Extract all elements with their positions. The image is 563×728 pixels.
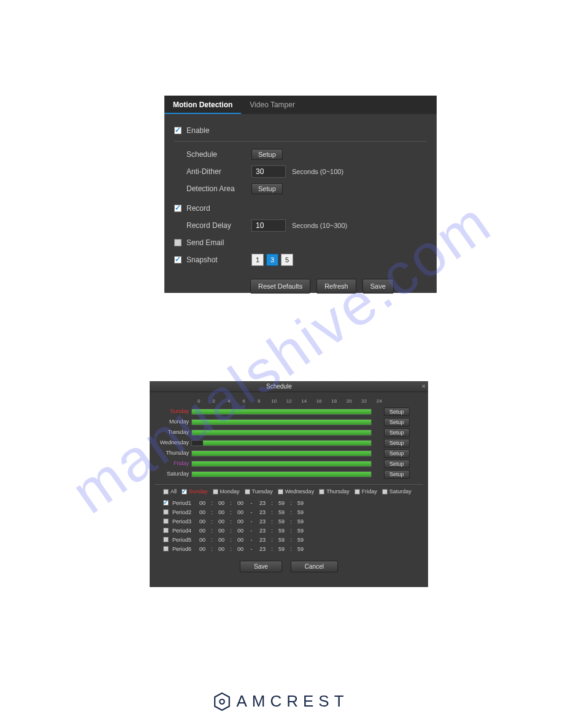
setup-friday-button[interactable]: Setup xyxy=(384,460,410,468)
check-friday-label: Friday xyxy=(362,488,377,495)
separator xyxy=(155,484,423,485)
period6-from-s[interactable]: 00 xyxy=(236,546,245,552)
setup-monday-button[interactable]: Setup xyxy=(384,418,410,427)
period3-from-h[interactable]: 00 xyxy=(198,518,207,525)
bar-friday[interactable] xyxy=(191,461,372,467)
close-icon[interactable]: × xyxy=(422,382,426,390)
svg-point-1 xyxy=(220,699,225,704)
period1-from-s[interactable]: 00 xyxy=(236,500,245,506)
period5-checkbox[interactable] xyxy=(163,537,169,542)
refresh-button[interactable]: Refresh xyxy=(316,279,356,294)
period2-from-m[interactable]: 00 xyxy=(217,509,226,515)
period-row-6: Period600:00:00-23:59:59 xyxy=(163,544,423,553)
setup-tuesday-button[interactable]: Setup xyxy=(384,428,410,437)
setup-saturday-button[interactable]: Setup xyxy=(384,470,410,479)
tab-motion-detection[interactable]: Motion Detection xyxy=(164,96,241,114)
period6-from-m[interactable]: 00 xyxy=(217,546,226,552)
period2-from-s[interactable]: 00 xyxy=(236,509,245,515)
anti-dither-hint: Seconds (0~100) xyxy=(292,168,343,175)
period5-from-s[interactable]: 00 xyxy=(236,537,245,543)
period4-from-h[interactable]: 00 xyxy=(198,528,207,534)
anti-dither-input[interactable] xyxy=(251,165,286,178)
period1-to-h[interactable]: 23 xyxy=(258,500,267,506)
schedule-save-button[interactable]: Save xyxy=(240,561,282,572)
day-label-monday: Monday xyxy=(155,417,191,427)
period1-checkbox[interactable] xyxy=(163,500,169,506)
period4-from-s[interactable]: 00 xyxy=(236,528,245,534)
record-checkbox[interactable] xyxy=(174,205,182,212)
check-friday[interactable] xyxy=(354,489,360,495)
period1-label: Period1 xyxy=(172,500,194,506)
check-thursday-label: Thursday xyxy=(326,488,350,495)
period5-from-m[interactable]: 00 xyxy=(217,537,226,543)
period6-to-m[interactable]: 59 xyxy=(277,546,286,552)
period2-checkbox[interactable] xyxy=(163,509,169,515)
check-saturday[interactable] xyxy=(382,489,388,495)
period1-from-h[interactable]: 00 xyxy=(198,500,207,506)
send-email-checkbox[interactable] xyxy=(174,239,182,246)
amcrest-logo-text: AMCREST xyxy=(236,692,348,711)
channel-1-button[interactable]: 1 xyxy=(251,254,264,266)
period4-from-m[interactable]: 00 xyxy=(217,528,226,534)
reset-defaults-button[interactable]: Reset Defaults xyxy=(250,279,310,294)
period3-from-s[interactable]: 00 xyxy=(236,518,245,525)
period3-from-m[interactable]: 00 xyxy=(217,518,226,525)
period6-to-s[interactable]: 59 xyxy=(296,546,305,552)
period2-to-s[interactable]: 59 xyxy=(296,509,305,515)
period2-from-h[interactable]: 00 xyxy=(198,509,207,515)
bar-saturday[interactable] xyxy=(191,471,372,477)
schedule-cancel-button[interactable]: Cancel xyxy=(291,561,338,572)
record-delay-input[interactable] xyxy=(251,219,286,232)
period6-from-h[interactable]: 00 xyxy=(198,546,207,552)
enable-checkbox[interactable] xyxy=(174,127,182,134)
detection-area-setup-button[interactable]: Setup xyxy=(251,183,283,194)
check-monday-label: Monday xyxy=(220,488,240,495)
tab-video-tamper[interactable]: Video Tamper xyxy=(241,96,304,114)
period1-to-m[interactable]: 59 xyxy=(277,500,286,506)
check-wednesday[interactable] xyxy=(278,489,283,495)
period5-from-h[interactable]: 00 xyxy=(198,537,207,543)
schedule-setup-button[interactable]: Setup xyxy=(251,149,283,160)
period2-to-h[interactable]: 23 xyxy=(258,509,267,515)
period3-to-h[interactable]: 23 xyxy=(258,518,267,525)
setup-sunday-button[interactable]: Setup xyxy=(384,408,410,416)
period6-checkbox[interactable] xyxy=(163,546,169,552)
period5-to-h[interactable]: 23 xyxy=(258,537,267,543)
snapshot-checkbox[interactable] xyxy=(174,256,182,264)
period5-to-m[interactable]: 59 xyxy=(277,537,286,543)
period-row-1: Period100:00:00-23:59:59 xyxy=(163,498,423,507)
period5-to-s[interactable]: 59 xyxy=(296,537,305,543)
period-row-4: Period400:00:00-23:59:59 xyxy=(163,526,423,535)
period2-to-m[interactable]: 59 xyxy=(277,509,286,515)
period1-to-s[interactable]: 59 xyxy=(296,500,305,506)
check-tuesday[interactable] xyxy=(245,489,250,495)
period3-to-s[interactable]: 59 xyxy=(296,518,305,525)
period4-to-m[interactable]: 59 xyxy=(277,528,286,534)
check-monday[interactable] xyxy=(213,489,218,495)
detection-area-label: Detection Area xyxy=(186,184,251,193)
period3-to-m[interactable]: 59 xyxy=(277,518,286,525)
save-button[interactable]: Save xyxy=(362,279,394,294)
day-label-sunday: Sunday xyxy=(155,406,191,417)
svg-marker-0 xyxy=(215,693,230,710)
period1-from-m[interactable]: 00 xyxy=(217,500,226,506)
period4-to-h[interactable]: 23 xyxy=(258,528,267,534)
channel-5-button[interactable]: 5 xyxy=(281,254,293,266)
bar-tuesday[interactable] xyxy=(191,430,372,436)
check-sunday[interactable] xyxy=(182,489,187,495)
bar-monday[interactable] xyxy=(191,419,372,425)
channel-3-button[interactable]: 3 xyxy=(266,254,278,266)
period3-checkbox[interactable] xyxy=(163,518,169,524)
schedule-title: Schedule xyxy=(266,383,292,390)
check-all[interactable] xyxy=(163,489,169,495)
setup-wednesday-button[interactable]: Setup xyxy=(384,439,410,447)
period4-checkbox[interactable] xyxy=(163,528,169,533)
period4-to-s[interactable]: 59 xyxy=(296,528,305,534)
period6-to-h[interactable]: 23 xyxy=(258,546,267,552)
bar-thursday[interactable] xyxy=(191,450,372,457)
hour-14: 14 xyxy=(297,398,312,406)
check-thursday[interactable] xyxy=(319,489,324,495)
bar-wednesday[interactable] xyxy=(191,440,372,446)
bar-sunday[interactable] xyxy=(191,409,372,415)
setup-thursday-button[interactable]: Setup xyxy=(384,449,410,458)
